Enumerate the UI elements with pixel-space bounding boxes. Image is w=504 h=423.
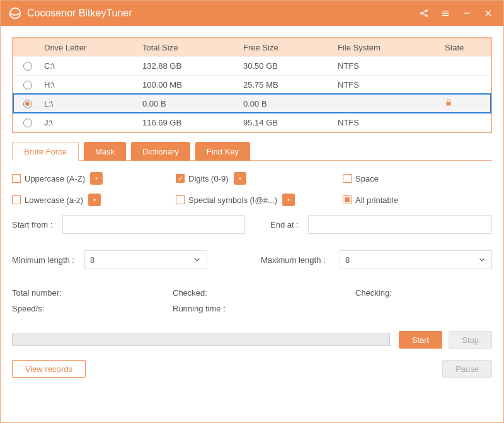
cell-drive: J:\ [42, 118, 142, 127]
svg-point-2 [426, 10, 428, 12]
checkbox-label: Digits (0-9) [188, 174, 229, 183]
charset-options: Uppercase (A-Z) Digits (0-9) Space Lower… [12, 161, 492, 206]
title-bar: Cocosenor BitkeyTuner [1, 1, 503, 26]
lock-icon [445, 99, 452, 108]
stat-running-time: Running time : [173, 304, 226, 313]
cell-fs: NTFS [338, 61, 445, 71]
share-icon[interactable] [416, 6, 432, 21]
radio-icon[interactable] [23, 62, 32, 71]
radio-icon[interactable] [23, 81, 32, 90]
table-row[interactable]: H:\ 100.00 MB 25.75 MB NTFS [13, 75, 491, 94]
stat-total-number: Total number: [12, 288, 173, 298]
minimize-icon[interactable] [459, 6, 474, 21]
stat-speed: Speed/s: [12, 304, 173, 313]
settings-icon[interactable] [90, 172, 103, 185]
svg-point-6 [94, 199, 96, 201]
cell-free: 95.14 GB [243, 118, 338, 127]
checkbox-lowercase[interactable] [12, 195, 21, 204]
stop-button[interactable]: Stop [449, 331, 492, 349]
svg-point-7 [288, 199, 290, 201]
tab-mask[interactable]: Mask [84, 142, 126, 161]
menu-icon[interactable] [438, 6, 453, 21]
table-row[interactable]: L:\ 0.00 B 0.00 B [13, 94, 491, 113]
col-header-free: Free Size [243, 43, 338, 52]
checkbox-space[interactable] [343, 174, 352, 183]
col-header-state: State [445, 43, 489, 52]
max-length-label: Maximum length : [261, 255, 340, 265]
min-length-select[interactable]: 8 [84, 250, 207, 269]
checkbox-all-printable[interactable] [343, 195, 352, 204]
chevron-down-icon [193, 255, 202, 264]
app-logo-icon [8, 6, 22, 20]
pause-button[interactable]: Pause [442, 360, 492, 378]
checkbox-label: Space [355, 174, 379, 183]
col-header-total: Total Size [142, 43, 243, 52]
cell-fs: NTFS [338, 118, 445, 127]
tab-dictionary[interactable]: Dictionary [131, 142, 190, 161]
stat-checking: Checking: [355, 288, 392, 298]
cell-total: 116.69 GB [142, 118, 243, 127]
table-row[interactable]: C:\ 132.88 GB 30.50 GB NTFS [13, 56, 491, 75]
col-header-fs: File System [338, 43, 445, 52]
max-length-select[interactable]: 8 [340, 250, 492, 269]
cell-total: 132.88 GB [142, 61, 243, 71]
svg-point-4 [96, 178, 98, 180]
start-from-label: Start from : [12, 220, 62, 229]
cell-drive: L:\ [42, 99, 142, 108]
end-at-input[interactable] [308, 215, 492, 234]
checkbox-label: All printable [355, 195, 398, 205]
close-icon[interactable] [481, 6, 496, 21]
view-records-button[interactable]: View records [12, 360, 86, 378]
checkbox-label: Uppercase (A-Z) [25, 174, 85, 183]
drive-table-header: Drive Letter Total Size Free Size File S… [13, 38, 491, 56]
end-at-label: End at : [270, 220, 308, 229]
cell-drive: C:\ [42, 61, 142, 71]
svg-point-3 [426, 15, 428, 17]
progress-bar [12, 333, 390, 346]
cell-total: 100.00 MB [142, 80, 243, 90]
stat-checked: Checked: [173, 288, 355, 298]
radio-icon[interactable] [23, 100, 32, 108]
svg-point-1 [421, 13, 423, 14]
checkbox-uppercase[interactable] [12, 174, 21, 183]
tab-find-key[interactable]: Find Key [195, 142, 250, 161]
min-length-label: Minimum length : [12, 255, 84, 265]
cell-drive: H:\ [42, 80, 142, 90]
client-area: Drive Letter Total Size Free Size File S… [1, 26, 503, 386]
cell-free: 25.75 MB [243, 80, 338, 90]
cell-fs: NTFS [338, 80, 445, 90]
col-header-drive: Drive Letter [42, 43, 142, 52]
cell-total: 0.00 B [142, 99, 243, 108]
checkbox-label: Lowercase (a-z) [25, 195, 83, 205]
start-button[interactable]: Start [399, 331, 442, 349]
checkbox-special[interactable] [176, 195, 185, 204]
cell-free: 0.00 B [243, 99, 338, 108]
chevron-down-icon [478, 255, 486, 264]
start-from-input[interactable] [62, 215, 245, 234]
cell-free: 30.50 GB [243, 61, 338, 71]
checkbox-digits[interactable] [176, 174, 185, 183]
max-length-value: 8 [345, 255, 350, 265]
drive-table: Drive Letter Total Size Free Size File S… [12, 37, 492, 133]
radio-icon[interactable] [23, 119, 32, 127]
checkbox-label: Special symbols (!@#...) [188, 195, 277, 205]
settings-icon[interactable] [88, 194, 101, 206]
attack-tabs: Brute Force Mask Dictionary Find Key [12, 142, 492, 161]
table-row[interactable]: J:\ 116.69 GB 95.14 GB NTFS [13, 113, 491, 132]
settings-icon[interactable] [282, 194, 295, 206]
svg-point-5 [239, 178, 241, 180]
min-length-value: 8 [90, 255, 94, 265]
app-title: Cocosenor BitkeyTuner [27, 8, 410, 19]
tab-brute-force[interactable]: Brute Force [12, 142, 79, 161]
settings-icon[interactable] [234, 172, 246, 185]
